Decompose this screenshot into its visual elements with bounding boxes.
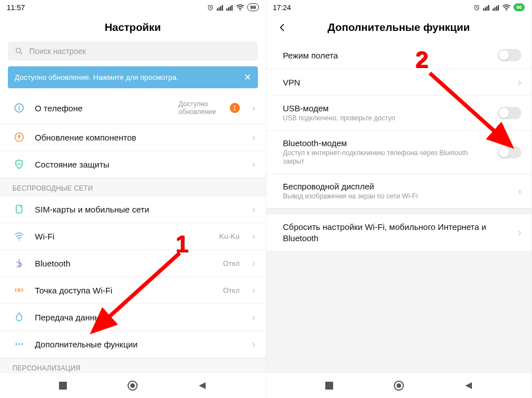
row-wireless-display[interactable]: Беспроводной дисплей Вывод изображения н… bbox=[266, 174, 532, 209]
svg-rect-31 bbox=[496, 6, 497, 11]
chevron-right-icon: › bbox=[252, 230, 256, 242]
chevron-right-icon: › bbox=[252, 159, 256, 170]
svg-rect-2 bbox=[219, 7, 220, 11]
toggle-airplane[interactable] bbox=[498, 49, 521, 61]
spacer bbox=[266, 251, 532, 372]
row-vpn[interactable]: VPN › bbox=[266, 69, 532, 96]
svg-point-9 bbox=[240, 10, 241, 11]
row-component-updates[interactable]: Обновление компонентов › bbox=[0, 124, 266, 151]
svg-rect-21 bbox=[59, 382, 67, 390]
svg-point-36 bbox=[397, 383, 401, 388]
info-icon bbox=[12, 102, 26, 114]
svg-point-10 bbox=[16, 48, 21, 53]
svg-rect-1 bbox=[217, 8, 218, 11]
row-airplane-mode[interactable]: Режим полета bbox=[266, 42, 532, 69]
row-security-status[interactable]: Состояние защиты › bbox=[0, 151, 266, 178]
svg-point-20 bbox=[21, 343, 23, 345]
svg-rect-7 bbox=[230, 6, 231, 11]
nav-recent-button[interactable] bbox=[323, 379, 335, 392]
back-button[interactable] bbox=[278, 22, 288, 35]
status-icons: 96 bbox=[473, 3, 525, 11]
nav-back-button[interactable] bbox=[196, 379, 208, 392]
row-label: Точка доступа Wi-Fi bbox=[35, 286, 214, 295]
row-label: Обновление компонентов bbox=[35, 133, 243, 142]
sim-icon bbox=[12, 203, 26, 215]
nav-home-button[interactable] bbox=[126, 379, 139, 392]
svg-rect-6 bbox=[228, 7, 229, 11]
svg-point-33 bbox=[506, 10, 507, 11]
settings-list: О телефоне Доступно обновление 1 › Обнов… bbox=[0, 93, 266, 372]
row-label: Режим полета bbox=[283, 51, 489, 60]
row-usb-tether[interactable]: USB-модем USB подключено, проверьте дост… bbox=[266, 96, 532, 131]
hotspot-icon bbox=[12, 284, 26, 296]
row-wifi[interactable]: Wi-Fi Ku-Ku › bbox=[0, 223, 266, 250]
battery-badge: 99 bbox=[247, 3, 258, 11]
row-more-functions[interactable]: Дополнительные функции › bbox=[0, 331, 266, 358]
chevron-right-icon: › bbox=[518, 186, 521, 197]
alarm-icon bbox=[473, 4, 480, 11]
svg-rect-3 bbox=[220, 6, 221, 11]
svg-rect-29 bbox=[493, 8, 494, 11]
row-label: Состояние защиты bbox=[35, 160, 243, 169]
page-title: Дополнительные функции bbox=[266, 13, 532, 42]
toggle-usb[interactable] bbox=[498, 107, 521, 119]
svg-point-12 bbox=[19, 106, 20, 107]
wifi-icon bbox=[236, 4, 244, 11]
svg-point-19 bbox=[19, 343, 20, 345]
alarm-icon bbox=[207, 4, 214, 11]
drop-icon bbox=[12, 311, 26, 323]
signal2-icon bbox=[226, 4, 233, 11]
row-reset-network[interactable]: Сбросить настройки Wi-Fi, мобильного Инт… bbox=[266, 214, 532, 251]
banner-text: Доступно обновление. Нажмите для просмот… bbox=[15, 73, 179, 82]
battery-badge: 96 bbox=[513, 3, 525, 11]
row-value: Откл bbox=[223, 286, 240, 295]
more-icon bbox=[12, 338, 26, 350]
row-bluetooth[interactable]: Bluetooth Откл › bbox=[0, 250, 266, 277]
row-data-usage[interactable]: Передача данных › bbox=[0, 304, 266, 331]
status-time: 17:24 bbox=[273, 3, 292, 12]
svg-rect-8 bbox=[231, 5, 233, 11]
row-label: О телефоне bbox=[35, 103, 170, 113]
row-sublabel: USB подключено, проверьте доступ bbox=[283, 114, 489, 123]
shield-icon bbox=[12, 159, 26, 170]
nav-back-button[interactable] bbox=[462, 379, 475, 392]
search-input[interactable]: Поиск настроек bbox=[8, 42, 258, 61]
toggle-bt-tether[interactable] bbox=[498, 146, 521, 159]
svg-rect-30 bbox=[494, 7, 495, 11]
row-value: Доступно обновление bbox=[179, 100, 216, 116]
search-icon bbox=[15, 47, 24, 56]
nav-recent-button[interactable] bbox=[57, 379, 69, 392]
nav-home-button[interactable] bbox=[393, 379, 405, 392]
svg-rect-13 bbox=[19, 108, 20, 111]
row-sublabel: Доступ к интернет-подключению телефона ч… bbox=[283, 149, 489, 166]
row-label: Bluetooth bbox=[35, 259, 214, 268]
signal2-icon bbox=[493, 4, 499, 11]
row-bt-tether[interactable]: Bluetooth-модем Доступ к интернет-подклю… bbox=[266, 131, 532, 174]
upload-icon bbox=[12, 132, 26, 143]
signal-icon bbox=[217, 4, 224, 11]
row-about-phone[interactable]: О телефоне Доступно обновление 1 › bbox=[0, 93, 266, 124]
svg-rect-5 bbox=[226, 8, 228, 11]
row-label: Беспроводной дисплей bbox=[283, 182, 510, 191]
row-sublabel: Вывод изображения на экран по сети Wi-Fi bbox=[283, 192, 510, 201]
chevron-right-icon: › bbox=[252, 102, 256, 114]
chevron-right-icon: › bbox=[518, 227, 521, 238]
status-bar: 17:24 96 bbox=[266, 0, 532, 13]
svg-rect-32 bbox=[498, 5, 499, 11]
update-banner[interactable]: Доступно обновление. Нажмите для просмот… bbox=[8, 66, 258, 88]
close-icon[interactable]: ✕ bbox=[244, 72, 251, 83]
row-label: USB-модем bbox=[283, 103, 489, 113]
status-bar: 11:57 99 bbox=[0, 0, 266, 13]
svg-point-16 bbox=[19, 239, 20, 241]
row-sim[interactable]: SIM-карты и мобильные сети › bbox=[0, 196, 266, 223]
row-label: Передача данных bbox=[35, 313, 243, 322]
svg-rect-34 bbox=[325, 382, 333, 390]
row-label: Сбросить настройки Wi-Fi, мобильного Инт… bbox=[283, 221, 510, 243]
left-screen: 11:57 99 Настройки Поиск настроек Доступ… bbox=[0, 0, 266, 398]
row-hotspot[interactable]: Точка доступа Wi-Fi Откл › bbox=[0, 277, 266, 304]
badge-count: 1 bbox=[230, 103, 240, 113]
nav-bar bbox=[266, 372, 532, 398]
divider bbox=[266, 209, 532, 214]
chevron-right-icon: › bbox=[252, 338, 256, 350]
annotation-number-1: 1 bbox=[175, 230, 188, 257]
